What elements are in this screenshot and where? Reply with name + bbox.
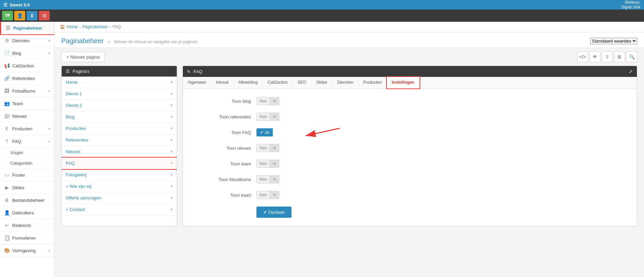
expand-button[interactable]: ⤢ [629,69,633,74]
sidebar-item-team[interactable]: 👥 Team [0,97,54,110]
sidebar-item-fotoalbums[interactable]: 🖼 Fotoalbums ▾ [0,85,54,97]
footer-icon: ▭ [4,172,10,178]
tab-inhoud[interactable]: Inhoud [211,77,234,88]
page-item-fotogalerij[interactable]: Fotogalerij ▾ [62,169,177,181]
sidebar-item-producten[interactable]: € Producten ▾ [0,123,54,135]
icon-bar-btn-1[interactable]: 🗺 [2,11,13,20]
toggle-no-fotoalbums[interactable]: Nee [256,175,270,183]
tab-diensten[interactable]: Diensten [332,77,358,88]
code-icon-button[interactable]: </> [577,51,588,62]
svg-line-1 [305,128,340,136]
sidebar-item-vragen[interactable]: Vragen [0,148,54,158]
page-item-blog[interactable]: Blog ▾ [62,111,177,123]
toggle-no-blog[interactable]: Nee [256,97,270,105]
tab-slides[interactable]: Slides [311,77,332,88]
page-item-nieuws[interactable]: Nieuws ▾ [62,146,177,158]
page-item-referenties[interactable]: Referenties ▾ [62,134,177,146]
page-item-offerte[interactable]: Offerte aanvragen ▾ [62,192,177,204]
new-page-button[interactable]: + Nieuwe pagina [61,52,105,62]
sidebar-item-redirects[interactable]: ↩ Redirects [0,219,54,232]
settings-content: Toon blog Nee ✕ Toon referenties Nee ✕ [183,89,637,226]
sidebar-item-bestandsbeheer[interactable]: 🖥 Bestandsbeheer [0,194,54,207]
page-item-home[interactable]: Home ▾ [62,77,177,88]
tab-call2action[interactable]: Call2action [263,77,293,88]
eye-icon-button[interactable]: 👁 [590,51,600,62]
breadcrumb-home[interactable]: Home [67,25,78,29]
paginabeheer-icon: ☰ [5,25,11,31]
tabs-bar: Algemeen Inhoud Afbeelding Call2action S… [183,77,637,89]
search-icon-button[interactable]: 🔍 [626,51,637,62]
icon-bar-btn-3[interactable]: ⬇ [27,11,37,20]
sidebar-label-referenties: Referenties [12,76,35,81]
sidebar-label-vragen: Vragen [10,150,23,155]
page-name-dienst2: Dienst 2 [66,103,82,108]
sidebar-item-vormgeving[interactable]: 🎨 Vormgeving ▾ [0,244,54,257]
tab-producten[interactable]: Producten [358,77,387,88]
toggle-x-fotoalbums[interactable]: ✕ [270,175,279,183]
redirects-icon: ↩ [4,223,10,228]
sidebar-item-referenties[interactable]: 🔗 Referenties [0,72,54,85]
page-item-wie-zijn-wij[interactable]: + Wie zijn wij ▾ [62,181,177,192]
page-arrow-faq: ▾ [171,161,173,165]
sidebar-item-faq[interactable]: ? FAQ ▾ [0,135,54,148]
sidebar-label-formulieren: Formulieren [12,235,36,241]
gebruikers-icon: 👤 [4,210,10,215]
share-icon-button[interactable]: ⇧ [602,51,613,62]
page-item-dienst2[interactable]: Dienst 2 ▾ [62,100,177,111]
label-toon-blog: Toon blog [197,99,251,104]
page-item-contact[interactable]: + Contact ▾ [62,204,177,215]
tab-afbeelding[interactable]: Afbeelding [234,77,263,88]
sidebar-label-nieuws: Nieuws [12,114,27,119]
toggle-yes-faq[interactable]: ✔ Ja [256,128,273,136]
sidebar-label-blog: Blog [12,51,21,56]
page-arrow-blog: ▾ [171,115,173,119]
toggle-x-kaart[interactable]: ✕ [270,191,279,199]
page-arrow-fotogalerij: ▾ [171,173,173,177]
chevron-down-icon-faq: ▾ [48,140,50,143]
sidebar-item-call2action[interactable]: 📢 Call2action [0,60,54,72]
sidebar-item-footer[interactable]: ▭ Footer [0,169,54,181]
sidebar-item-diensten[interactable]: ⚙ Diensten ▾ [0,34,54,47]
tab-seo[interactable]: SEO [293,77,311,88]
breadcrumb-section[interactable]: Paginabeheer [82,25,108,29]
sidebar-item-paginabeheer[interactable]: ☰ Paginabeheer [0,22,54,34]
sidebar-item-nieuws[interactable]: 📰 Nieuws [0,110,54,123]
sidebar-label-bestandsbeheer: Bestandsbeheer [12,198,45,203]
tab-instellingen[interactable]: Instellingen [387,77,420,88]
standard-values-dropdown[interactable]: Standaard waardes [590,38,637,44]
sidebar-item-gebruikers[interactable]: 👤 Gebruikers [0,207,54,219]
toggle-no-nieuws[interactable]: Nee [256,144,270,152]
page-item-faq[interactable]: FAQ ▾ [62,158,177,169]
toggle-x-referenties[interactable]: ✕ [270,113,279,121]
toggle-x-team[interactable]: ✕ [270,160,279,168]
page-name-contact: + Contact [66,207,85,212]
sidebar-item-categorieen[interactable]: Categorieën [0,158,54,169]
tab-algemeen[interactable]: Algemeen [183,77,211,88]
call2action-icon: 📢 [4,63,10,68]
faq-panel-title: FAQ [193,69,202,74]
page-item-dienst1[interactable]: Dienst 1 ▾ [62,88,177,100]
fotoalbums-icon: 🖼 [4,88,10,94]
chevron-down-icon-producten: ▾ [48,127,50,131]
toggle-no-referenties[interactable]: Nee [256,113,270,121]
sidebar: ☰ Paginabeheer ⚙ Diensten ▾ 📄 Blog ▾ 📢 C… [0,22,54,277]
toggle-x-nieuws[interactable]: ✕ [270,144,279,152]
icon-bar-btn-4[interactable]: ⚙ [39,11,50,20]
sidebar-item-slides[interactable]: ▶ Slides [0,181,54,194]
sitemap-icon-button[interactable]: ⊞ [614,51,625,62]
setting-row-toon-nieuws: Toon nieuws Nee ✕ [197,144,623,152]
toggle-no-team[interactable]: Nee [256,160,270,168]
toggle-x-blog[interactable]: ✕ [270,97,279,105]
sidebar-item-blog[interactable]: 📄 Blog ▾ [0,47,54,60]
page-name-wie-zijn-wij: + Wie zijn wij [66,184,92,189]
toggle-toon-blog: Nee ✕ [256,97,279,105]
pages-panel: ☰ Pagina's Home ▾ Dienst 1 ▾ Dienst 2 ▾ [61,66,177,226]
save-button[interactable]: ✔ Opslaan [256,207,292,218]
toggle-no-kaart[interactable]: Nee [256,191,270,199]
app-title: Sweet 5.0 [10,2,30,7]
sidebar-item-formulieren[interactable]: 📋 Formulieren [0,232,54,244]
pages-panel-title: Pagina's [73,69,89,74]
icon-bar-btn-2[interactable]: 👤 [14,11,25,20]
breadcrumb-current: FAQ [113,25,121,29]
page-item-producten[interactable]: Producten ▾ [62,123,177,134]
